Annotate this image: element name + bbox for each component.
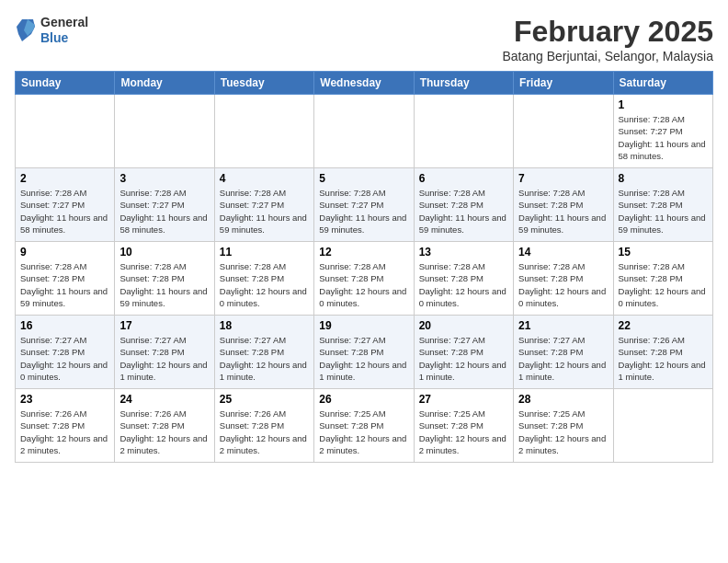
day-number: 5 — [319, 172, 408, 185]
location: Batang Berjuntai, Selangor, Malaysia — [502, 49, 713, 63]
calendar-cell — [613, 389, 712, 463]
calendar-cell: 9Sunrise: 7:28 AM Sunset: 7:28 PM Daylig… — [16, 242, 115, 316]
day-number: 15 — [619, 246, 708, 259]
calendar-cell — [214, 95, 313, 168]
calendar-cell: 16Sunrise: 7:27 AM Sunset: 7:28 PM Dayli… — [16, 316, 115, 389]
calendar-cell: 5Sunrise: 7:28 AM Sunset: 7:27 PM Daylig… — [314, 168, 414, 242]
calendar-cell: 7Sunrise: 7:28 AM Sunset: 7:28 PM Daylig… — [514, 168, 613, 242]
calendar-cell: 20Sunrise: 7:27 AM Sunset: 7:28 PM Dayli… — [414, 316, 513, 389]
day-number: 16 — [20, 319, 109, 332]
calendar-cell: 26Sunrise: 7:25 AM Sunset: 7:28 PM Dayli… — [314, 389, 414, 463]
day-number: 21 — [518, 319, 608, 332]
day-number: 25 — [220, 393, 309, 406]
day-detail: Sunrise: 7:27 AM Sunset: 7:28 PM Dayligh… — [220, 334, 309, 383]
logo-blue-text: Blue — [40, 30, 88, 46]
day-number: 17 — [119, 319, 209, 332]
calendar-cell: 28Sunrise: 7:25 AM Sunset: 7:28 PM Dayli… — [514, 389, 613, 463]
week-row-3: 9Sunrise: 7:28 AM Sunset: 7:28 PM Daylig… — [16, 242, 713, 316]
calendar-table: SundayMondayTuesdayWednesdayThursdayFrid… — [15, 71, 713, 463]
calendar-cell: 23Sunrise: 7:26 AM Sunset: 7:28 PM Dayli… — [16, 389, 115, 463]
day-header-thursday: Thursday — [414, 72, 513, 95]
day-number: 19 — [319, 319, 408, 332]
day-header-sunday: Sunday — [16, 72, 115, 95]
day-detail: Sunrise: 7:27 AM Sunset: 7:28 PM Dayligh… — [20, 334, 109, 383]
day-number: 13 — [419, 246, 508, 259]
day-number: 12 — [319, 246, 408, 259]
day-detail: Sunrise: 7:28 AM Sunset: 7:27 PM Dayligh… — [20, 187, 109, 236]
calendar-cell: 19Sunrise: 7:27 AM Sunset: 7:28 PM Dayli… — [314, 316, 414, 389]
calendar-cell: 8Sunrise: 7:28 AM Sunset: 7:28 PM Daylig… — [613, 168, 712, 242]
week-row-1: 1Sunrise: 7:28 AM Sunset: 7:27 PM Daylig… — [16, 95, 713, 168]
day-detail: Sunrise: 7:27 AM Sunset: 7:28 PM Dayligh… — [319, 334, 408, 383]
day-detail: Sunrise: 7:27 AM Sunset: 7:28 PM Dayligh… — [419, 334, 508, 383]
day-detail: Sunrise: 7:28 AM Sunset: 7:28 PM Dayligh… — [619, 260, 708, 309]
day-number: 8 — [619, 172, 708, 185]
day-detail: Sunrise: 7:26 AM Sunset: 7:28 PM Dayligh… — [20, 408, 109, 456]
day-number: 10 — [119, 246, 209, 259]
header: General Blue February 2025 Batang Berjun… — [15, 15, 713, 63]
title-area: February 2025 Batang Berjuntai, Selangor… — [502, 15, 713, 63]
day-number: 14 — [518, 246, 608, 259]
calendar-cell — [414, 95, 513, 168]
day-detail: Sunrise: 7:28 AM Sunset: 7:28 PM Dayligh… — [419, 187, 508, 236]
calendar-cell: 21Sunrise: 7:27 AM Sunset: 7:28 PM Dayli… — [514, 316, 613, 389]
day-header-wednesday: Wednesday — [314, 72, 414, 95]
day-detail: Sunrise: 7:28 AM Sunset: 7:28 PM Dayligh… — [319, 260, 408, 309]
logo-icon — [15, 17, 37, 43]
day-detail: Sunrise: 7:28 AM Sunset: 7:28 PM Dayligh… — [20, 260, 109, 309]
day-number: 7 — [518, 172, 608, 185]
calendar-cell: 18Sunrise: 7:27 AM Sunset: 7:28 PM Dayli… — [214, 316, 313, 389]
day-detail: Sunrise: 7:28 AM Sunset: 7:28 PM Dayligh… — [518, 260, 608, 309]
day-detail: Sunrise: 7:28 AM Sunset: 7:28 PM Dayligh… — [419, 260, 508, 309]
calendar-cell: 25Sunrise: 7:26 AM Sunset: 7:28 PM Dayli… — [214, 389, 313, 463]
day-detail: Sunrise: 7:28 AM Sunset: 7:27 PM Dayligh… — [319, 187, 408, 236]
calendar-header-row: SundayMondayTuesdayWednesdayThursdayFrid… — [16, 72, 713, 95]
day-detail: Sunrise: 7:25 AM Sunset: 7:28 PM Dayligh… — [518, 408, 608, 456]
calendar-cell: 10Sunrise: 7:28 AM Sunset: 7:28 PM Dayli… — [115, 242, 214, 316]
day-header-tuesday: Tuesday — [214, 72, 313, 95]
day-number: 9 — [20, 246, 109, 259]
day-number: 23 — [20, 393, 109, 406]
day-number: 20 — [419, 319, 508, 332]
day-number: 22 — [619, 319, 708, 332]
day-detail: Sunrise: 7:28 AM Sunset: 7:27 PM Dayligh… — [619, 113, 708, 162]
calendar-cell: 17Sunrise: 7:27 AM Sunset: 7:28 PM Dayli… — [115, 316, 214, 389]
day-number: 3 — [119, 172, 209, 185]
day-number: 6 — [419, 172, 508, 185]
calendar-cell: 27Sunrise: 7:25 AM Sunset: 7:28 PM Dayli… — [414, 389, 513, 463]
day-detail: Sunrise: 7:28 AM Sunset: 7:28 PM Dayligh… — [220, 260, 309, 309]
day-detail: Sunrise: 7:26 AM Sunset: 7:28 PM Dayligh… — [119, 408, 209, 456]
day-number: 2 — [20, 172, 109, 185]
day-number: 4 — [220, 172, 309, 185]
day-detail: Sunrise: 7:27 AM Sunset: 7:28 PM Dayligh… — [119, 334, 209, 383]
day-detail: Sunrise: 7:26 AM Sunset: 7:28 PM Dayligh… — [220, 408, 309, 456]
calendar-cell: 22Sunrise: 7:26 AM Sunset: 7:28 PM Dayli… — [613, 316, 712, 389]
week-row-4: 16Sunrise: 7:27 AM Sunset: 7:28 PM Dayli… — [16, 316, 713, 389]
day-detail: Sunrise: 7:28 AM Sunset: 7:28 PM Dayligh… — [619, 187, 708, 236]
day-number: 27 — [419, 393, 508, 406]
logo: General Blue — [15, 15, 88, 46]
week-row-2: 2Sunrise: 7:28 AM Sunset: 7:27 PM Daylig… — [16, 168, 713, 242]
calendar-cell: 1Sunrise: 7:28 AM Sunset: 7:27 PM Daylig… — [613, 95, 712, 168]
day-header-monday: Monday — [115, 72, 214, 95]
logo-general-text: General — [40, 15, 88, 30]
day-detail: Sunrise: 7:28 AM Sunset: 7:28 PM Dayligh… — [119, 260, 209, 309]
day-detail: Sunrise: 7:26 AM Sunset: 7:28 PM Dayligh… — [619, 334, 708, 383]
day-number: 26 — [319, 393, 408, 406]
day-number: 28 — [518, 393, 608, 406]
day-header-saturday: Saturday — [613, 72, 712, 95]
calendar-cell — [314, 95, 414, 168]
calendar-cell — [16, 95, 115, 168]
calendar-cell: 12Sunrise: 7:28 AM Sunset: 7:28 PM Dayli… — [314, 242, 414, 316]
day-detail: Sunrise: 7:28 AM Sunset: 7:28 PM Dayligh… — [518, 187, 608, 236]
calendar-cell: 13Sunrise: 7:28 AM Sunset: 7:28 PM Dayli… — [414, 242, 513, 316]
day-detail: Sunrise: 7:25 AM Sunset: 7:28 PM Dayligh… — [319, 408, 408, 456]
calendar-cell: 6Sunrise: 7:28 AM Sunset: 7:28 PM Daylig… — [414, 168, 513, 242]
logo-text: General Blue — [40, 15, 88, 46]
day-detail: Sunrise: 7:28 AM Sunset: 7:27 PM Dayligh… — [220, 187, 309, 236]
day-detail: Sunrise: 7:25 AM Sunset: 7:28 PM Dayligh… — [419, 408, 508, 456]
calendar-cell: 15Sunrise: 7:28 AM Sunset: 7:28 PM Dayli… — [613, 242, 712, 316]
week-row-5: 23Sunrise: 7:26 AM Sunset: 7:28 PM Dayli… — [16, 389, 713, 463]
calendar-cell: 24Sunrise: 7:26 AM Sunset: 7:28 PM Dayli… — [115, 389, 214, 463]
day-detail: Sunrise: 7:28 AM Sunset: 7:27 PM Dayligh… — [119, 187, 209, 236]
